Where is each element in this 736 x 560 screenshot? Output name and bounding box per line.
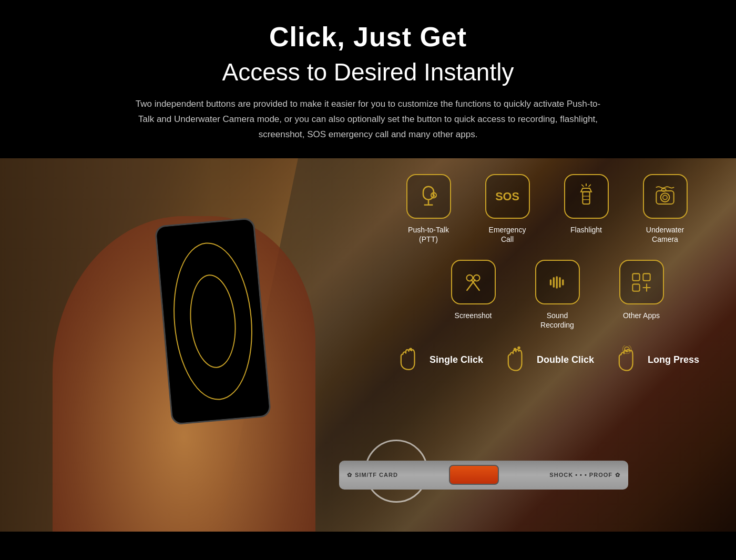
svg-point-34 (514, 348, 517, 351)
svg-rect-29 (632, 284, 639, 291)
header-section: Click, Just Get Access to Desired Instan… (0, 0, 736, 158)
phone-device (155, 217, 271, 425)
double-click-icon (502, 345, 530, 374)
sim-card-text: ✿ SIM/TF CARD (347, 472, 398, 478)
long-press-label: Long Press (648, 354, 699, 365)
phone-screen-circle-inner (186, 273, 239, 370)
feature-screenshot: Screenshot (439, 260, 507, 330)
long-press-item: Long Press (612, 345, 699, 374)
shockproof-text: SHOCK • • • PROOF ✿ (549, 472, 620, 478)
sound-icon (544, 269, 570, 296)
otherapps-icon-box (619, 260, 664, 304)
underwater-icon-box (643, 174, 688, 219)
power-button[interactable] (449, 465, 499, 485)
feature-sound: SoundRecording (523, 260, 591, 330)
sim-icon: ✿ (347, 472, 352, 478)
flashlight-icon-box (564, 174, 609, 219)
underwater-icon (652, 183, 678, 209)
svg-rect-28 (632, 273, 639, 280)
svg-rect-30 (643, 273, 650, 280)
phone-screen (156, 219, 270, 423)
sub-title: Access to Desired Instantly (11, 58, 725, 86)
click-types-row: Single Click Double Click (389, 345, 704, 374)
svg-point-35 (517, 347, 520, 350)
double-click-label: Double Click (537, 354, 594, 365)
long-press-icon (612, 345, 641, 374)
content-section: Push-to-Talk(PTT) SOS EmergencyCall (0, 158, 736, 532)
feature-sos: SOS EmergencyCall (473, 174, 541, 244)
features-icons-area: Push-to-Talk(PTT) SOS EmergencyCall (389, 174, 704, 375)
feature-ptt: Push-to-Talk(PTT) (394, 174, 463, 244)
sos-icon-box: SOS (485, 174, 530, 219)
svg-rect-7 (582, 192, 589, 204)
description-text: Two independent buttons are provided to … (131, 97, 605, 142)
svg-text:SOS: SOS (495, 190, 519, 203)
sos-icon: SOS (494, 183, 520, 209)
shockproof-icon: ✿ (615, 472, 620, 478)
screenshot-icon (460, 269, 486, 296)
otherapps-label: Other Apps (623, 311, 660, 320)
otherapps-icon (628, 269, 655, 296)
svg-marker-8 (581, 188, 591, 192)
flashlight-icon (573, 183, 599, 209)
sound-icon-box (535, 260, 580, 304)
phone-screen-circle-outer (168, 239, 259, 403)
svg-rect-17 (661, 189, 666, 191)
single-click-item: Single Click (394, 345, 483, 374)
double-click-item: Double Click (502, 345, 594, 374)
feature-underwater: UnderwaterCamera (631, 174, 699, 244)
screenshot-icon-box (451, 260, 496, 304)
svg-line-10 (589, 185, 590, 187)
single-click-label: Single Click (430, 354, 483, 365)
svg-point-33 (409, 348, 412, 351)
svg-point-16 (663, 196, 667, 200)
single-click-icon (394, 345, 423, 374)
ptt-label: Push-to-Talk(PTT) (408, 225, 449, 244)
icons-row-2: Screenshot SoundRecording (389, 260, 704, 330)
main-title: Click, Just Get (11, 21, 725, 53)
ptt-icon (415, 183, 442, 209)
screenshot-label: Screenshot (455, 311, 492, 320)
phone-bar-background: ✿ SIM/TF CARD SHOCK • • • PROOF ✿ (339, 461, 628, 490)
phone-side-bar: ✿ SIM/TF CARD SHOCK • • • PROOF ✿ (339, 461, 628, 490)
feature-flashlight: Flashlight (552, 174, 620, 244)
svg-point-15 (661, 193, 670, 202)
sound-label: SoundRecording (540, 311, 574, 330)
svg-point-5 (433, 195, 434, 196)
feature-otherapps: Other Apps (607, 260, 676, 330)
icons-row-1: Push-to-Talk(PTT) SOS EmergencyCall (389, 174, 704, 244)
ptt-icon-box (406, 174, 451, 219)
flashlight-label: Flashlight (570, 225, 602, 235)
underwater-label: UnderwaterCamera (646, 225, 684, 244)
sos-label: EmergencyCall (489, 225, 526, 244)
svg-line-11 (582, 185, 584, 187)
